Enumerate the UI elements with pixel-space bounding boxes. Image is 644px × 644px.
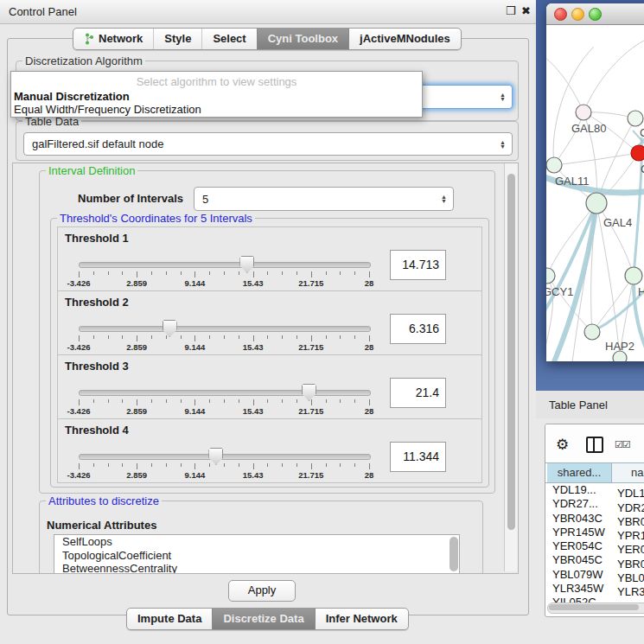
node-table-window: ⚙ ☑☑ shared... na YDL19...YDL19 YDR27...… — [545, 424, 644, 617]
slider-track[interactable] — [79, 390, 371, 396]
vertical-scrollbar[interactable] — [504, 163, 518, 571]
tab-impute-data[interactable]: Impute Data — [127, 609, 212, 629]
network-node-gcy1[interactable] — [546, 268, 555, 284]
network-edge[interactable] — [546, 55, 583, 112]
popup-option[interactable]: Equal Width/Frequency Discretization — [11, 103, 422, 116]
tick-label: 9.144 — [175, 278, 214, 288]
table-row[interactable]: YBL079WYBL07 — [545, 568, 644, 582]
tab-infer-network[interactable]: Infer Network — [315, 609, 408, 629]
slider-thumb[interactable] — [163, 320, 177, 337]
columns-icon[interactable] — [586, 437, 603, 453]
network-node-gal11[interactable] — [546, 157, 562, 173]
threshold-panel: Threshold 3 -3.4262.8599.14415.4321.7152… — [57, 354, 482, 419]
cell-shared-name: YPR145W — [545, 526, 615, 539]
network-canvas[interactable]: GAL80GACGAL11GAL4GCY1HHAP2 — [546, 25, 644, 361]
table-row[interactable]: YBR043CYBR04 — [545, 512, 644, 526]
mac-close-button[interactable] — [554, 8, 567, 21]
tick-label: -3.426 — [60, 406, 98, 416]
column-header-name[interactable]: na — [612, 463, 644, 482]
network-node-ga[interactable] — [628, 111, 643, 126]
column-header-shared-name[interactable]: shared... — [547, 463, 612, 482]
scrollbar-thumb[interactable] — [549, 604, 639, 610]
network-node-gal80[interactable] — [576, 105, 591, 120]
threshold-value-field[interactable]: 6.316 — [390, 314, 446, 344]
network-edge[interactable] — [596, 203, 634, 276]
tick-label: 21.715 — [292, 342, 330, 352]
threshold-value-field[interactable]: 11.344 — [390, 442, 446, 472]
threshold-panel: Threshold 4 -3.4262.8599.14415.4321.7152… — [57, 418, 482, 483]
table-row[interactable]: YBR045CYBR04 — [545, 553, 644, 567]
network-edge[interactable] — [592, 276, 634, 332]
network-edge[interactable] — [554, 112, 583, 165]
network-view-window: GAL80GACGAL11GAL4GCY1HHAP2 — [546, 3, 644, 361]
tick-label: -3.426 — [60, 278, 98, 288]
horizontal-scrollbar[interactable] — [547, 603, 644, 614]
tab-style[interactable]: Style — [153, 29, 201, 49]
threshold-value-field[interactable]: 21.4 — [390, 378, 446, 408]
close-icon[interactable]: ✖ — [521, 4, 531, 17]
tick-label: 2.859 — [118, 470, 156, 480]
network-node-h[interactable] — [625, 267, 642, 284]
attribute-list-item[interactable]: BetweennessCentrality — [54, 562, 459, 574]
popup-option[interactable]: Manual Discretization — [11, 90, 422, 103]
tab-jactivemnodules[interactable]: jActiveMNodules — [348, 29, 461, 49]
table-row[interactable]: YDL19...YDL19 — [545, 483, 644, 497]
slider-track[interactable] — [79, 454, 371, 460]
network-node-c[interactable] — [631, 145, 644, 161]
threshold-panel: Threshold 2 -3.4262.8599.14415.4321.7152… — [57, 290, 482, 355]
network-edge[interactable] — [554, 153, 639, 165]
tick-label: 15.43 — [234, 470, 272, 480]
threshold-panel: Threshold 1 -3.4262.8599.14415.4321.7152… — [57, 226, 482, 291]
threshold-label: Threshold 2 — [65, 296, 129, 309]
gear-icon[interactable]: ⚙ — [556, 436, 569, 454]
tick-label: 21.715 — [292, 406, 330, 416]
slider-thumb[interactable] — [208, 448, 223, 465]
tab-discretize-data[interactable]: Discretize Data — [212, 609, 314, 629]
slider-thumb[interactable] — [239, 256, 254, 273]
tick-label: 9.144 — [175, 470, 214, 480]
table-row[interactable]: YDR27...YDR27 — [545, 497, 644, 511]
tab-label: Cyni Toolbox — [268, 32, 338, 45]
node-label: GAL11 — [555, 175, 590, 188]
scrollbar-thumb[interactable] — [507, 174, 515, 530]
tick-label: 28 — [350, 342, 388, 352]
interval-definition-group: Interval Definition Number of Intervals … — [39, 170, 495, 494]
table-row[interactable]: YLR345WYLR34 — [545, 582, 644, 596]
table-row[interactable]: YPR145WYPR14 — [545, 526, 644, 539]
tick-label: 21.715 — [292, 470, 330, 480]
tick-label: 28 — [350, 406, 388, 416]
numerical-attributes-list[interactable]: SelfLoopsTopologicalCoefficientBetweenne… — [54, 534, 460, 574]
number-of-intervals-combobox[interactable]: 5 ▲▼ — [194, 187, 454, 211]
node-label: GCY1 — [546, 285, 573, 298]
attribute-list-item[interactable]: SelfLoops — [54, 535, 459, 549]
mac-minimize-button[interactable] — [571, 8, 584, 21]
slider-track[interactable] — [79, 262, 371, 268]
network-node-gal4[interactable] — [586, 193, 607, 214]
panel-title: Control Panel — [9, 5, 77, 18]
settings-scrollpane: Interval Definition Number of Intervals … — [12, 163, 519, 574]
threshold-value-field[interactable]: 14.713 — [390, 250, 446, 280]
network-node[interactable] — [613, 351, 627, 361]
table-data-combobox[interactable]: galFiltered.sif default node ▲▼ — [23, 132, 513, 156]
network-edge[interactable] — [583, 41, 644, 112]
tab-cyni-toolbox[interactable]: Cyni Toolbox — [257, 29, 348, 49]
table-rows: YDL19...YDL19 YDR27...YDR27 YBR043CYBR04… — [545, 483, 644, 610]
tab-network[interactable]: Network — [73, 29, 153, 49]
network-window-titlebar[interactable] — [546, 3, 644, 25]
control-panel-titlebar: Control Panel ❒ ✖ — [0, 0, 536, 24]
list-scrollbar[interactable] — [450, 537, 458, 571]
attribute-list-item[interactable]: TopologicalCoefficient — [54, 549, 459, 563]
cell-shared-name: YBL079W — [545, 568, 615, 582]
float-icon[interactable]: ❒ — [506, 4, 516, 17]
select-columns-icon[interactable]: ☑☑ — [615, 439, 630, 450]
tab-label: Impute Data — [137, 612, 201, 625]
tick-label: 28 — [350, 278, 388, 288]
apply-button[interactable]: Apply — [228, 580, 296, 602]
network-node-hap2[interactable] — [584, 324, 600, 340]
table-row[interactable]: YER054CYER05 — [545, 539, 644, 553]
slider-track[interactable] — [79, 326, 371, 332]
table-data-value: galFiltered.sif default node — [32, 137, 163, 150]
slider-thumb[interactable] — [302, 384, 316, 401]
tab-select[interactable]: Select — [201, 29, 256, 49]
mac-zoom-button[interactable] — [589, 8, 602, 21]
